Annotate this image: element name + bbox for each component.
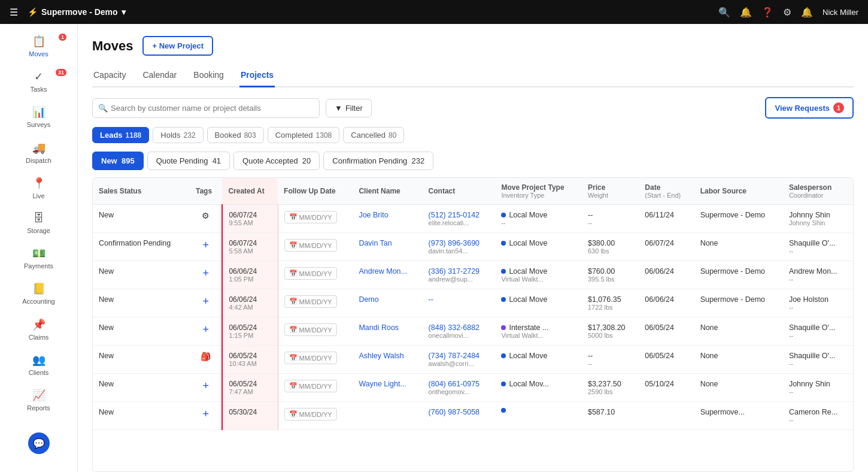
- coordinator-name: --: [789, 332, 847, 339]
- brand[interactable]: ⚡ Supermove - Demo ▾: [28, 7, 126, 17]
- bell-icon[interactable]: 🔔: [740, 7, 752, 18]
- help-icon[interactable]: ❓: [761, 7, 773, 18]
- col-price: Price Weight: [582, 178, 639, 205]
- cell-tags[interactable]: 🎒: [190, 346, 222, 374]
- client-name-link[interactable]: Andrew Mon...: [359, 267, 407, 276]
- sidebar-item-live[interactable]: 📍 Live: [0, 171, 77, 206]
- client-name-link[interactable]: Ashley Walsh: [359, 352, 403, 360]
- status-tab-cancelled[interactable]: Cancelled 80: [343, 127, 404, 143]
- cell-tags[interactable]: +: [190, 374, 222, 402]
- contact-phone[interactable]: (734) 787-2484: [429, 352, 490, 360]
- follow-up-date-picker[interactable]: 📅 MM/DD/YY: [284, 352, 337, 364]
- cell-client-name[interactable]: Demo: [353, 289, 422, 317]
- move-type-dot: [501, 269, 506, 274]
- cell-tags[interactable]: +: [190, 402, 222, 430]
- filter-button[interactable]: ▼ Filter: [326, 99, 372, 117]
- cell-date: 06/05/24: [639, 346, 694, 374]
- cell-follow-up-date[interactable]: 📅 MM/DD/YY: [278, 205, 353, 233]
- cell-client-name[interactable]: Ashley Walsh: [353, 346, 422, 374]
- client-name-link[interactable]: Davin Tan: [359, 239, 391, 247]
- sidebar-item-clients[interactable]: 👥 Clients: [0, 347, 77, 383]
- cell-follow-up-date[interactable]: 📅 MM/DD/YY: [278, 261, 353, 289]
- contact-phone[interactable]: (760) 987-5058: [429, 408, 490, 416]
- add-tag-icon[interactable]: +: [202, 408, 209, 420]
- sidebar-item-storage[interactable]: 🗄 Storage: [0, 206, 77, 241]
- contact-phone[interactable]: (804) 661-0975: [429, 380, 490, 388]
- contact-phone[interactable]: (848) 332-6882: [429, 323, 490, 332]
- substatus-tab-quote-accepted[interactable]: Quote Accepted 20: [233, 152, 320, 170]
- sidebar-item-surveys[interactable]: 📊 Surveys: [0, 99, 77, 135]
- cell-tags[interactable]: +: [190, 261, 222, 289]
- client-name-link[interactable]: Wayne Light...: [359, 380, 406, 388]
- settings-icon[interactable]: ⚙: [783, 7, 791, 18]
- follow-up-date-picker[interactable]: 📅 MM/DD/YY: [284, 239, 337, 252]
- follow-up-date-picker[interactable]: 📅 MM/DD/YY: [284, 380, 337, 392]
- sidebar-accounting-label: Accounting: [22, 298, 54, 305]
- follow-up-date-picker[interactable]: 📅 MM/DD/YY: [284, 323, 337, 336]
- cell-labor-source: Supermove - Demo: [694, 261, 783, 289]
- follow-up-date-picker[interactable]: 📅 MM/DD/YY: [284, 211, 337, 223]
- status-tab-completed[interactable]: Completed 1308: [268, 127, 340, 143]
- cell-client-name[interactable]: Wayne Light...: [353, 374, 422, 402]
- add-tag-icon[interactable]: +: [202, 267, 209, 279]
- cell-follow-up-date[interactable]: 📅 MM/DD/YY: [278, 233, 353, 261]
- cell-tags[interactable]: +: [190, 289, 222, 317]
- contact-phone[interactable]: --: [429, 295, 490, 304]
- cell-labor-source: None: [694, 233, 783, 261]
- follow-up-date-picker[interactable]: 📅 MM/DD/YY: [284, 408, 337, 420]
- sidebar-item-claims[interactable]: 📌 Claims: [0, 312, 77, 347]
- calendar-icon: 📅: [289, 410, 298, 418]
- cell-follow-up-date[interactable]: 📅 MM/DD/YY: [278, 289, 353, 317]
- status-tab-holds[interactable]: Holds 232: [153, 127, 203, 143]
- substatus-tab-new[interactable]: New 895: [92, 152, 144, 170]
- sidebar-item-tasks[interactable]: ✓ Tasks 31: [0, 64, 77, 99]
- tab-capacity[interactable]: Capacity: [92, 65, 127, 87]
- new-project-button[interactable]: + New Project: [142, 36, 213, 56]
- cell-client-name[interactable]: [353, 402, 422, 430]
- tab-projects[interactable]: Projects: [239, 65, 275, 87]
- cell-follow-up-date[interactable]: 📅 MM/DD/YY: [278, 402, 353, 430]
- contact-phone[interactable]: (973) 896-3690: [429, 239, 490, 247]
- add-tag-icon[interactable]: +: [202, 295, 209, 307]
- sidebar-item-accounting[interactable]: 📒 Accounting: [0, 276, 77, 311]
- alert-icon[interactable]: 🔔: [801, 7, 813, 18]
- tab-calendar[interactable]: Calendar: [141, 65, 178, 87]
- add-tag-icon[interactable]: +: [202, 239, 209, 251]
- chat-button[interactable]: 💬: [28, 432, 50, 454]
- cell-follow-up-date[interactable]: 📅 MM/DD/YY: [278, 346, 353, 374]
- add-tag-icon[interactable]: +: [202, 323, 209, 335]
- cell-follow-up-date[interactable]: 📅 MM/DD/YY: [278, 374, 353, 402]
- table-header-row: Sales Status Tags Created At Follow Up D…: [93, 178, 853, 205]
- tab-booking[interactable]: Booking: [192, 65, 225, 87]
- substatus-tab-quote-pending[interactable]: Quote Pending 41: [147, 152, 230, 170]
- cell-follow-up-date[interactable]: 📅 MM/DD/YY: [278, 317, 353, 346]
- client-name-link[interactable]: Demo: [359, 295, 378, 304]
- cell-tags[interactable]: +: [190, 233, 222, 261]
- sidebar-item-dispatch[interactable]: 🚚 Dispatch: [0, 135, 77, 171]
- follow-up-date-picker[interactable]: 📅 MM/DD/YY: [284, 267, 337, 280]
- sidebar-item-moves[interactable]: 📋 Moves 1: [0, 29, 77, 64]
- contact-phone[interactable]: (336) 317-2729: [429, 267, 490, 276]
- view-requests-button[interactable]: View Requests 1: [765, 97, 854, 119]
- move-type-label: Interstate ...: [509, 323, 548, 332]
- user-name[interactable]: Nick Miller: [823, 8, 858, 17]
- cell-client-name[interactable]: Joe Brito: [353, 205, 422, 233]
- client-name-link[interactable]: Mandi Roos: [359, 323, 399, 332]
- cell-client-name[interactable]: Andrew Mon...: [353, 261, 422, 289]
- cell-tags[interactable]: ⚙: [190, 205, 222, 233]
- contact-phone[interactable]: (512) 215-0142: [429, 211, 490, 219]
- cell-tags[interactable]: +: [190, 317, 222, 346]
- follow-up-date-picker[interactable]: 📅 MM/DD/YY: [284, 295, 337, 308]
- cell-client-name[interactable]: Mandi Roos: [353, 317, 422, 346]
- add-tag-icon[interactable]: +: [202, 380, 209, 392]
- client-name-link[interactable]: Joe Brito: [359, 211, 388, 219]
- substatus-tab-confirmation-pending[interactable]: Confirmation Pending 232: [323, 152, 433, 170]
- menu-icon[interactable]: ☰: [10, 7, 18, 18]
- search-input[interactable]: [92, 98, 320, 118]
- status-tab-booked[interactable]: Booked 803: [207, 127, 264, 143]
- search-icon[interactable]: 🔍: [718, 7, 730, 18]
- cell-client-name[interactable]: Davin Tan: [353, 233, 422, 261]
- status-tab-leads[interactable]: Leads 1188: [92, 127, 149, 143]
- sidebar-item-reports[interactable]: 📈 Reports: [0, 383, 77, 418]
- sidebar-item-payments[interactable]: 💵 Payments: [0, 241, 77, 276]
